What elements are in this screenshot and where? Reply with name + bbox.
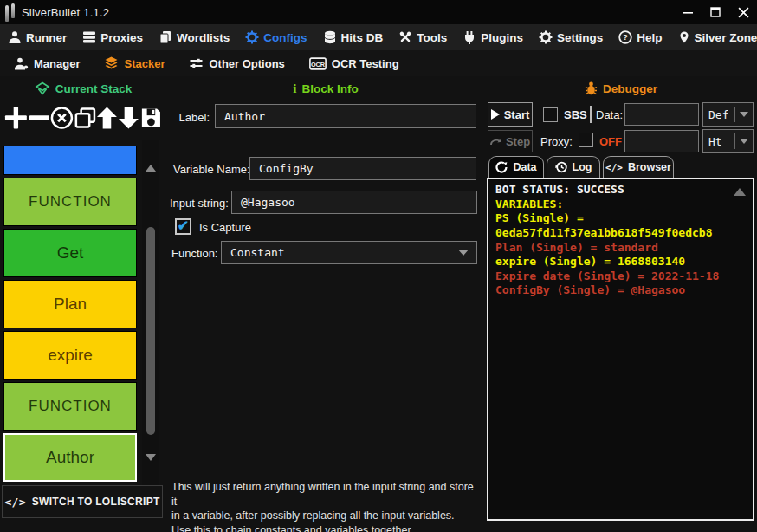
wordlists-icon (159, 30, 172, 44)
remove-block-button[interactable] (29, 105, 50, 131)
move-up-button[interactable] (96, 106, 118, 130)
stack-panel: Current Stack KEY CHECK FUNCTION Get Pla… (0, 76, 166, 532)
tab-data[interactable]: Data (488, 156, 544, 178)
chevron-down-icon (740, 139, 748, 144)
scroll-down-arrow-icon[interactable] (146, 454, 156, 461)
variable-line: Expire date (Single) = 2022-11-18 (495, 269, 746, 284)
tab-ocr-testing[interactable]: OCR OCR Testing (301, 50, 408, 76)
data-caption: Data: (596, 108, 623, 121)
app-window: SilverBullet 1.1.2 Runner Proxies Wordli… (0, 0, 757, 532)
sbs-checkbox[interactable] (543, 107, 558, 122)
switch-to-loliscript-button[interactable]: </> SWITCH TO LOLISCRIPT (2, 485, 163, 518)
window-title: SilverBullet 1.1.2 (22, 6, 109, 19)
chevron-down-icon (740, 112, 748, 117)
tab-manager[interactable]: Manager (5, 50, 88, 76)
help-icon: ? (618, 30, 632, 44)
clear-stack-button[interactable] (50, 106, 74, 130)
stack-diamond-icon (35, 81, 50, 95)
data-input[interactable] (624, 103, 699, 126)
is-capture-checkbox[interactable]: ✔ (175, 218, 191, 235)
block-get[interactable]: Get (3, 229, 137, 277)
proxies-icon (82, 30, 96, 44)
is-capture-label: Is Capture (199, 221, 251, 234)
proxy-input[interactable] (624, 130, 699, 152)
current-stack-header: Current Stack (0, 81, 166, 95)
proxy-status: OFF (599, 135, 622, 148)
code-icon: </> (4, 496, 25, 509)
sliders-icon (189, 56, 204, 70)
svg-text:OCR: OCR (311, 60, 326, 68)
main-menubar: Runner Proxies Wordlists Configs Hits DB… (0, 24, 757, 50)
function-caption: Function: (171, 247, 217, 260)
block-description: This will just return anything written i… (171, 480, 476, 532)
menu-hitsdb[interactable]: Hits DB (315, 24, 391, 50)
proxy-checkbox[interactable] (579, 133, 593, 147)
label-input[interactable]: Author (215, 104, 476, 128)
app-logo-icon (5, 3, 15, 22)
function-dropdown[interactable]: Constant (221, 241, 477, 264)
menu-help[interactable]: ? Help (611, 24, 670, 50)
info-icon: i (293, 81, 296, 96)
input-string-input[interactable]: @Hagasoo (231, 191, 477, 214)
add-block-button[interactable] (3, 105, 29, 131)
tab-stacker[interactable]: Stacker (95, 50, 173, 76)
move-down-button[interactable] (118, 106, 139, 130)
block-author-selected[interactable]: Author (3, 433, 137, 482)
save-stack-button[interactable] (139, 106, 163, 130)
menu-silver-zone[interactable]: Silver Zone 5 (670, 24, 757, 50)
variable-line: Plan (Single) = standard (495, 241, 746, 256)
block-plan[interactable]: Plan (3, 280, 137, 328)
tab-browser[interactable]: </> Browser (603, 156, 674, 178)
clone-block-button[interactable] (74, 106, 97, 130)
tab-other-options[interactable]: Other Options (180, 50, 293, 76)
start-button[interactable]: Start (488, 102, 533, 127)
configs-subtoolbar: Manager Stacker Other Options OCR OCR Te… (0, 50, 757, 76)
configs-gear-icon (245, 30, 259, 44)
ocr-box-icon: OCR (309, 57, 327, 70)
scroll-up-arrow-icon[interactable] (146, 165, 156, 172)
runner-icon (8, 30, 22, 44)
scrollbar-thumb[interactable] (146, 227, 155, 435)
menu-plugins[interactable]: Plugins (455, 24, 531, 50)
proxy-type-dropdown[interactable]: Ht (702, 129, 754, 153)
variable-name-input[interactable]: ConfigBy (249, 157, 476, 180)
location-pin-icon (678, 30, 690, 44)
output-scroll-up-icon[interactable] (734, 188, 746, 196)
block-keycheck[interactable]: KEY CHECK (3, 146, 137, 175)
menu-runner[interactable]: Runner (0, 24, 74, 50)
bot-status-line: BOT STATUS: SUCCESS (495, 183, 746, 198)
stack-scrollbar[interactable] (142, 140, 159, 485)
stacker-layers-icon (104, 56, 119, 70)
tools-icon (398, 30, 412, 44)
wordlist-type-dropdown[interactable]: Def (702, 102, 754, 127)
block-expire[interactable]: expire (3, 331, 137, 380)
bug-icon (585, 81, 598, 95)
menu-proxies[interactable]: Proxies (74, 24, 151, 50)
chevron-down-icon (458, 250, 469, 256)
divider (590, 106, 592, 123)
manager-icon (14, 57, 29, 70)
debugger-output[interactable]: BOT STATUS: SUCCESS VARIABLES: PS (Singl… (487, 178, 754, 521)
menu-tools[interactable]: Tools (391, 24, 455, 50)
stack-toolbar (2, 99, 165, 137)
minimize-button[interactable] (674, 0, 702, 24)
check-icon: ✔ (178, 219, 189, 233)
step-button[interactable]: Step (488, 130, 533, 152)
refresh-circle-icon (495, 161, 508, 173)
variable-line: ConfigBy (Single) = @Hagasoo (495, 283, 746, 298)
hits-db-icon (323, 30, 337, 44)
tab-log[interactable]: Log (547, 156, 600, 178)
titlebar: SilverBullet 1.1.2 (0, 0, 757, 24)
block-function-1[interactable]: FUNCTION (3, 178, 137, 226)
menu-wordlists[interactable]: Wordlists (151, 24, 237, 50)
label-caption: Label: (175, 111, 210, 124)
block-function-2[interactable]: FUNCTION (3, 382, 137, 431)
variable-name-caption: Variable Name: (173, 163, 246, 176)
proxy-caption: Proxy: (540, 135, 573, 148)
input-string-caption: Input string: (170, 197, 227, 210)
menu-settings[interactable]: Settings (531, 24, 611, 50)
maximize-button[interactable] (702, 0, 729, 24)
menu-configs[interactable]: Configs (237, 24, 314, 50)
close-button[interactable] (729, 0, 757, 24)
log-history-icon (555, 161, 567, 173)
